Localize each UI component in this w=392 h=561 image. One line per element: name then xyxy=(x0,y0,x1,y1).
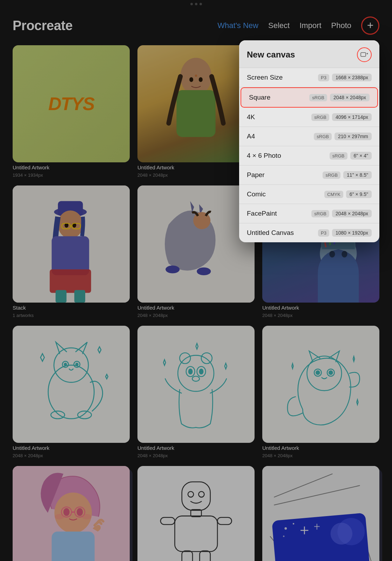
canvas-colorspace-badge: P3 xyxy=(318,74,329,81)
canvas-size-badge: 1668 × 2388px xyxy=(332,74,372,81)
canvas-size-badge: 1080 × 1920px xyxy=(332,229,372,237)
canvas-option-name: 4 × 6 Photo xyxy=(247,152,281,160)
svg-rect-0 xyxy=(361,53,366,56)
canvas-option-meta: sRGB6" × 4" xyxy=(330,152,372,160)
canvas-colorspace-badge: sRGB xyxy=(309,94,327,101)
canvas-size-badge: 11" × 8.5" xyxy=(343,171,372,179)
canvas-option-meta: sRGB4096 × 1714px xyxy=(311,113,372,121)
canvas-option-meta: P31668 × 2388px xyxy=(318,74,372,81)
canvas-colorspace-badge: P3 xyxy=(318,229,329,237)
canvas-colorspace-badge: sRGB xyxy=(323,171,340,179)
canvas-option-meta: sRGB2048 × 2048px xyxy=(309,94,370,101)
canvas-option-name: Comic xyxy=(247,190,266,198)
canvas-option-meta: CMYK6" × 9.5" xyxy=(324,190,372,198)
canvas-option-screen-size[interactable]: Screen SizeP31668 × 2388px xyxy=(239,68,379,87)
canvas-size-badge: 6" × 9.5" xyxy=(346,190,372,198)
canvas-size-badge: 210 × 297mm xyxy=(334,133,372,140)
canvas-option-name: Square xyxy=(249,94,270,101)
canvas-size-badge: 2048 × 2048px xyxy=(332,210,372,217)
canvas-option-untitled-canvas[interactable]: Untitled CanvasP31080 × 1920px xyxy=(239,223,379,242)
canvas-option-a4[interactable]: A4sRGB210 × 297mm xyxy=(239,127,379,146)
canvas-option-paper[interactable]: PapersRGB11" × 8.5" xyxy=(239,165,379,185)
canvas-option-4k[interactable]: 4KsRGB4096 × 1714px xyxy=(239,108,379,127)
canvas-size-badge: 4096 × 1714px xyxy=(332,113,372,121)
canvas-option-meta: sRGB11" × 8.5" xyxy=(323,171,372,179)
dropdown-header: New canvas xyxy=(239,40,379,68)
canvas-option-name: Paper xyxy=(247,171,265,179)
canvas-list: Screen SizeP31668 × 2388pxSquaresRGB2048… xyxy=(239,68,379,242)
canvas-template-icon xyxy=(360,52,368,58)
canvas-size-badge: 2048 × 2048px xyxy=(330,94,370,101)
canvas-option-name: A4 xyxy=(247,133,255,140)
canvas-colorspace-badge: sRGB xyxy=(330,152,347,160)
canvas-option-meta: P31080 × 1920px xyxy=(318,229,372,237)
canvas-option-square[interactable]: SquaresRGB2048 × 2048px xyxy=(241,87,378,108)
canvas-option-meta: sRGB2048 × 2048px xyxy=(311,210,372,217)
new-canvas-icon-button[interactable] xyxy=(357,47,372,62)
new-canvas-dropdown: New canvas Screen SizeP31668 × 2388pxSqu… xyxy=(239,40,379,242)
canvas-colorspace-badge: sRGB xyxy=(311,210,329,217)
canvas-option-4-×-6-photo[interactable]: 4 × 6 PhotosRGB6" × 4" xyxy=(239,146,379,165)
canvas-option-meta: sRGB210 × 297mm xyxy=(314,133,372,140)
canvas-option-name: Screen Size xyxy=(247,74,283,81)
canvas-option-comic[interactable]: ComicCMYK6" × 9.5" xyxy=(239,185,379,204)
canvas-option-facepaint[interactable]: FacePaintsRGB2048 × 2048px xyxy=(239,204,379,223)
canvas-colorspace-badge: CMYK xyxy=(324,191,343,198)
canvas-option-name: FacePaint xyxy=(247,210,277,217)
canvas-option-name: Untitled Canvas xyxy=(247,229,294,237)
canvas-colorspace-badge: sRGB xyxy=(314,133,332,140)
canvas-size-badge: 6" × 4" xyxy=(350,152,372,160)
canvas-option-name: 4K xyxy=(247,113,255,121)
canvas-colorspace-badge: sRGB xyxy=(311,114,329,121)
new-canvas-title: New canvas xyxy=(247,50,295,60)
